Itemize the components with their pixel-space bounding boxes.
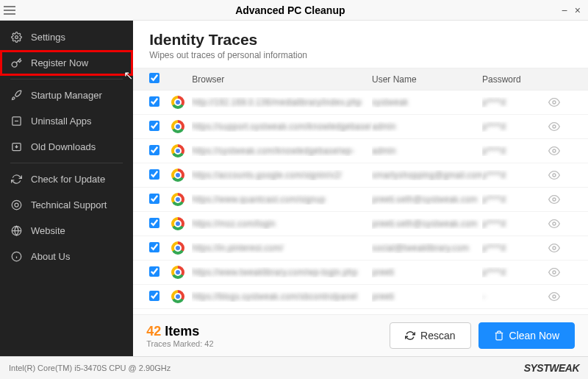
eye-icon[interactable] xyxy=(548,96,572,108)
rescan-button[interactable]: Rescan xyxy=(390,322,470,349)
username-cell: preeti.seth@systweak.com xyxy=(372,219,482,229)
trash-icon xyxy=(494,330,504,341)
table-row[interactable]: https://blogs.systweak.com/sbcontrolpane… xyxy=(133,285,588,309)
svg-point-8 xyxy=(553,125,556,128)
uninstall-icon xyxy=(10,116,22,127)
username-cell: preeti xyxy=(372,267,482,277)
sidebar-item-register-now[interactable]: Register Now xyxy=(0,50,133,76)
chrome-icon xyxy=(171,96,184,109)
eye-icon[interactable] xyxy=(548,169,572,181)
url-cell: https://systweak.com/knowledgebase/wp- xyxy=(192,146,372,156)
support-icon xyxy=(10,199,22,210)
minimize-button[interactable]: − xyxy=(562,4,567,16)
status-bar: Intel(R) Core(TM) i5-3470S CPU @ 2.90GHz… xyxy=(0,356,588,379)
table-row[interactable]: https://in.pinterest.com/social@tweaklib… xyxy=(133,236,588,261)
svg-point-3 xyxy=(12,200,21,210)
table-row[interactable]: https://www.quantcast.com/signuppreeti.s… xyxy=(133,188,588,212)
download-icon xyxy=(10,141,22,152)
cpu-info: Intel(R) Core(TM) i5-3470S CPU @ 2.90GHz xyxy=(9,364,171,372)
refresh-icon xyxy=(405,330,415,341)
table-body[interactable]: http://192.168.0.136/medialibrary/index.… xyxy=(133,91,588,314)
row-checkbox[interactable] xyxy=(149,266,159,277)
svg-point-10 xyxy=(553,174,556,177)
url-cell: https://in.pinterest.com/ xyxy=(192,243,372,253)
username-cell: admin xyxy=(372,146,482,156)
url-cell: https://moz.com/login xyxy=(192,219,372,229)
sidebar-item-label: Register Now xyxy=(31,57,88,68)
sidebar-item-startup-manager[interactable]: Startup Manager xyxy=(0,82,133,108)
chrome-icon xyxy=(171,266,184,279)
sidebar-item-old-downloads[interactable]: Old Downloads xyxy=(0,134,133,160)
svg-point-4 xyxy=(15,203,18,207)
menu-icon[interactable] xyxy=(0,6,19,15)
traces-marked: Traces Marked: 42 xyxy=(146,339,382,348)
sidebar-item-technical-support[interactable]: Technical Support xyxy=(0,192,133,218)
password-cell: p****d xyxy=(482,267,548,277)
eye-icon[interactable] xyxy=(548,291,572,302)
refresh-icon xyxy=(10,174,22,185)
select-all-checkbox[interactable] xyxy=(149,73,159,83)
password-cell: p****d xyxy=(482,97,548,107)
table-row[interactable]: http://192.168.0.136/medialibrary/index.… xyxy=(133,91,588,115)
globe-icon xyxy=(10,225,22,236)
row-checkbox[interactable] xyxy=(149,145,159,155)
table-row[interactable]: https://accounts.google.com/signin/v2/sm… xyxy=(133,163,588,188)
row-checkbox[interactable] xyxy=(149,242,159,252)
url-cell: https://accounts.google.com/signin/v2/ xyxy=(192,170,372,180)
sidebar: Settings Register Now Startup Manager Un… xyxy=(0,21,133,356)
row-checkbox[interactable] xyxy=(149,218,159,228)
sidebar-item-label: Check for Update xyxy=(31,174,105,185)
sidebar-item-label: Old Downloads xyxy=(31,141,96,152)
key-icon xyxy=(10,57,22,68)
sidebar-item-label: Website xyxy=(31,225,65,236)
chrome-icon xyxy=(171,193,184,206)
table-row[interactable]: https://www.tweaklibrary.com/wp-login.ph… xyxy=(133,309,588,314)
sidebar-item-label: Technical Support xyxy=(31,199,107,210)
table-row[interactable]: https://www.tweaklibrary.com/wp-login.ph… xyxy=(133,261,588,285)
close-button[interactable]: × xyxy=(575,4,581,16)
sidebar-item-label: Uninstall Apps xyxy=(31,116,91,127)
url-cell: http://192.168.0.136/medialibrary/index.… xyxy=(192,97,372,107)
row-checkbox[interactable] xyxy=(149,291,159,301)
username-cell: admin xyxy=(372,121,482,132)
row-checkbox[interactable] xyxy=(149,96,159,107)
sidebar-item-website[interactable]: Website xyxy=(0,218,133,244)
table-row[interactable]: https://systweak.com/knowledgebase/wp-ad… xyxy=(133,139,588,163)
row-checkbox[interactable] xyxy=(149,169,159,180)
sidebar-item-check-update[interactable]: Check for Update xyxy=(0,166,133,192)
brand-logo: SYSTWEAK xyxy=(524,362,579,374)
table-row[interactable]: https://support.systweak.com/knowledgeba… xyxy=(133,115,588,139)
eye-icon[interactable] xyxy=(548,194,572,205)
titlebar: Advanced PC Cleanup − × xyxy=(0,0,588,21)
password-cell: - xyxy=(482,291,548,302)
sidebar-item-uninstall-apps[interactable]: Uninstall Apps xyxy=(0,108,133,134)
item-count-label: Items xyxy=(165,324,199,339)
divider xyxy=(10,79,123,79)
chrome-icon xyxy=(171,290,184,303)
sidebar-item-settings[interactable]: Settings xyxy=(0,24,133,50)
sidebar-item-about-us[interactable]: About Us xyxy=(0,244,133,269)
url-cell: https://support.systweak.com/knowledgeba… xyxy=(192,121,372,132)
column-username: User Name xyxy=(372,74,482,85)
gear-icon xyxy=(10,32,22,43)
eye-icon[interactable] xyxy=(548,218,572,230)
row-checkbox[interactable] xyxy=(149,121,159,131)
svg-point-14 xyxy=(553,271,556,274)
clean-now-button[interactable]: Clean Now xyxy=(478,322,575,349)
eye-icon[interactable] xyxy=(548,242,572,254)
eye-icon[interactable] xyxy=(548,145,572,157)
table-header: Browser User Name Password xyxy=(133,68,588,91)
table-row[interactable]: https://moz.com/loginpreeti.seth@systwea… xyxy=(133,212,588,236)
svg-point-9 xyxy=(553,149,556,152)
page-subtitle: Wipes out traces of personal information xyxy=(149,50,572,60)
row-checkbox[interactable] xyxy=(149,194,159,204)
eye-icon[interactable] xyxy=(548,266,572,278)
password-cell: p****d xyxy=(482,146,548,156)
password-cell: p****d xyxy=(482,170,548,180)
password-cell: p****d xyxy=(482,219,548,229)
app-title: Advanced PC Cleanup xyxy=(19,4,562,16)
username-cell: preeti xyxy=(372,291,482,302)
eye-icon[interactable] xyxy=(548,121,572,132)
content-panel: Identity Traces Wipes out traces of pers… xyxy=(133,21,588,356)
chrome-icon xyxy=(171,241,184,255)
